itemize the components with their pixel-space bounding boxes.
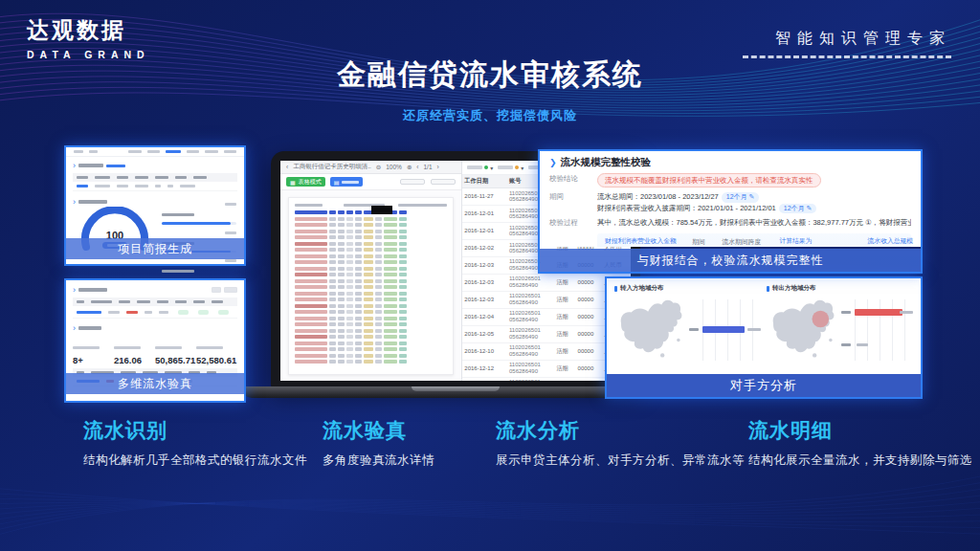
back-icon[interactable]: ‹ — [286, 164, 288, 170]
stat-value: 8+ — [73, 355, 114, 365]
verify-stats: 8+216.0650,865.7152,580.61 — [73, 336, 237, 365]
integrity-formula: 财报利润表营业收入金额382,977.77万 元/期间12*流水期间跨度12=计… — [597, 233, 911, 248]
conclusion-warning: 流水规模不能覆盖财报利润表中营业收入金额，请检查流水真实性 — [597, 173, 821, 187]
tagline-text: 智能知识管理专家 — [743, 29, 951, 49]
scanned-statement — [288, 197, 454, 375]
score-detail-item — [162, 203, 236, 225]
panel-caption: 项目简报生成 — [66, 238, 244, 259]
process-text: 其中，流水总收入规模：785.54万元，财报利润表中营业收入金额：382,977… — [597, 217, 911, 228]
feature-title: 流水分析 — [496, 417, 745, 444]
counterparty-panel: 转入方地域分布 转出方地域分布 — [605, 276, 923, 399]
table-mode-button[interactable]: ▦ 表格模式 — [286, 177, 325, 187]
region-highlight-bubble — [813, 311, 830, 328]
integrity-title: ❯ 流水规模完整性校验 — [549, 156, 911, 169]
feature-title: 流水识别 — [83, 417, 307, 444]
inflow-bar-chart — [702, 299, 761, 361]
inflow-chart-title: 转入方地域分布 — [620, 284, 664, 293]
stat-item: 52,580.61 — [196, 336, 237, 365]
inflow-geo-chart: 转入方地域分布 — [614, 284, 761, 372]
stats-section-title: › — [73, 323, 244, 333]
feature-details: 流水明细 结构化展示全量流水，并支持剔除与筛选 — [748, 417, 972, 469]
doc-toolbar: ‹ 工商银行借记卡历史明细清.. ⊖ 100% ⊕ ‹ 1/1 › — [280, 161, 461, 174]
stat-item: 50,865.71 — [155, 336, 196, 365]
zoom-in-icon[interactable]: ⊕ — [407, 164, 412, 171]
doc-title: 工商银行借记卡历史明细清.. — [293, 163, 371, 171]
section-title: › — [73, 285, 244, 295]
feature-recognition: 流水识别 结构化解析几乎全部格式的银行流水文件 — [83, 417, 307, 469]
filter-account[interactable]: ▾ — [467, 165, 493, 171]
outflow-chart-title: 转出方地域分布 — [772, 284, 816, 293]
zoom-out-icon[interactable]: ⊖ — [376, 164, 381, 171]
process-label: 校验过程 — [549, 217, 597, 228]
brand-logo: 达观数据 DATA GRAND — [27, 15, 150, 60]
china-map — [614, 296, 699, 364]
feature-verification: 流水验真 多角度验真流水详情 — [323, 417, 434, 469]
page-indicator: 1/1 — [424, 164, 433, 170]
mini-table — [73, 173, 237, 191]
formula-operator: = — [768, 241, 772, 248]
feature-analysis: 流水分析 展示申贷主体分析、对手方分析、异常流水等 — [496, 417, 745, 469]
slide: 达观数据 DATA GRAND 智能知识管理专家 金融信贷流水审核系统 还原经营… — [0, 0, 980, 551]
period-badge[interactable]: 12个月 ✎ — [779, 204, 817, 214]
period-badge[interactable]: 12个月 ✎ — [722, 192, 760, 203]
zoom-level: 100% — [386, 164, 402, 170]
chevron-icon: ❯ — [549, 158, 557, 167]
doc-mode-bar: ▦ 表格模式 ▤ — [280, 174, 461, 190]
china-map-highlight — [767, 296, 851, 364]
panel-caption: 多维流水验真 — [66, 373, 244, 394]
formula-item: 流水收入总规模785.54 万元 — [868, 236, 919, 248]
verify-panel: › › 8+216.0650,865.7152,580.61 多维流水验真 — [64, 278, 246, 403]
panel-caption: 对手方分析 — [607, 374, 921, 397]
table-icon: ▦ — [290, 179, 296, 186]
stat-item: 216.06 — [114, 336, 155, 365]
formula-operator: / — [683, 241, 686, 248]
redaction-box — [371, 206, 392, 214]
panel-caption: 与财报结合，校验流水规模完整性 — [540, 249, 921, 272]
brand-tagline: 智能知识管理专家 — [743, 29, 951, 58]
formula-item: 流水期间跨度12 — [722, 237, 761, 247]
stat-item: 8+ — [73, 336, 114, 365]
feature-title: 流水明细 — [748, 417, 972, 444]
formula-operator: > — [856, 241, 860, 248]
stat-value: 216.06 — [114, 355, 155, 365]
filter-card[interactable]: ▾ — [498, 165, 523, 171]
toggle-assist-button[interactable] — [431, 179, 456, 185]
period-label: 期间 — [549, 191, 597, 202]
outflow-bar-chart — [855, 299, 913, 361]
feature-desc: 多角度验真流水详情 — [323, 452, 434, 469]
formula-item: 计算结果为382,977.77 万元 — [779, 236, 849, 248]
stat-value: 52,580.61 — [196, 355, 237, 365]
feature-desc: 结构化展示全量流水，并支持剔除与筛选 — [748, 452, 972, 469]
feature-desc: 展示申贷主体分析、对手方分析、异常流水等 — [496, 452, 745, 469]
feature-title: 流水验真 — [323, 417, 434, 444]
page-title: 金融信贷流水审核系统 — [0, 55, 980, 95]
brand-name-cn: 达观数据 — [27, 15, 150, 45]
verify-table — [73, 298, 237, 319]
check-icon: ▤ — [334, 179, 340, 186]
feature-desc: 结构化解析几乎全部格式的银行流水文件 — [83, 452, 307, 469]
formula-operator: * — [712, 241, 716, 248]
prev-page-icon[interactable]: ‹ — [416, 164, 418, 170]
next-page-icon[interactable]: › — [437, 164, 439, 170]
conclusion-label: 校验结论 — [549, 173, 597, 184]
mini-navbar — [66, 147, 244, 157]
page-subtitle: 还原经营实质、挖掘偿债风险 — [0, 107, 980, 124]
integrity-panel: ❯ 流水规模完整性校验 校验结论 流水规模不能覆盖财报利润表中营业收入金额，请检… — [538, 149, 923, 274]
check-mode-button[interactable]: ▤ — [330, 177, 364, 187]
stat-value: 50,865.71 — [155, 355, 196, 365]
section-title: › — [73, 161, 244, 170]
formula-item: 期间12 — [692, 237, 705, 247]
outflow-geo-chart: 转出方地域分布 — [767, 284, 913, 372]
briefing-panel: › › 100 项目简报生成 — [64, 145, 246, 266]
period-values: 流水总期间：2023/01/08 - 2023/12/2712个月 ✎ 财报利润… — [597, 191, 816, 213]
view-original-button[interactable] — [400, 179, 425, 185]
document-viewer: ‹ 工商银行借记卡历史明细清.. ⊖ 100% ⊕ ‹ 1/1 › ▦ 表格模式… — [280, 161, 462, 381]
formula-item: 财报利润表营业收入金额382,977.77万 元 — [605, 236, 677, 248]
